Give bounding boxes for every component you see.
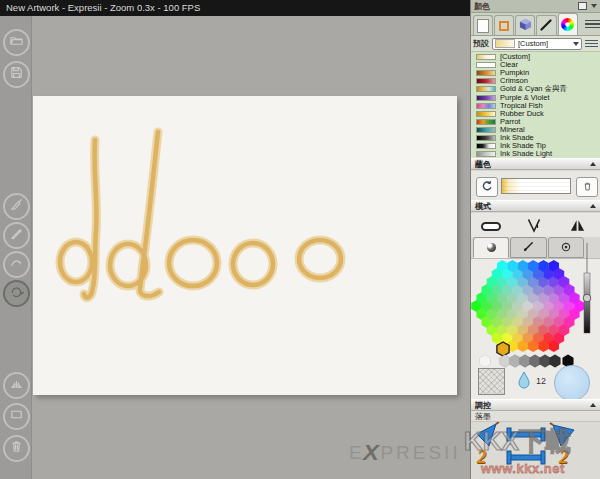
open-folder-icon	[9, 33, 24, 52]
smudge-icon	[9, 255, 24, 274]
paper-icon	[477, 19, 489, 33]
logo-x: X	[363, 440, 383, 465]
preset-dropdown[interactable]: [Custom]	[492, 38, 582, 50]
tab-crop[interactable]	[494, 15, 514, 35]
dropdown-chevron-icon	[573, 42, 579, 46]
panel-tabs	[471, 13, 600, 36]
preset-label: 預設	[473, 38, 489, 49]
preset-item[interactable]: Rubber Duck	[471, 110, 600, 118]
preset-swatch	[476, 143, 496, 149]
canvas[interactable]	[33, 96, 457, 395]
grayscale-hex[interactable]	[550, 355, 561, 368]
dip-section-header[interactable]: 蘸色	[471, 158, 600, 170]
preset-swatch	[476, 70, 496, 76]
pen-icon	[9, 226, 24, 245]
grayscale-hex[interactable]	[530, 355, 541, 368]
ink-value-right: 2	[559, 446, 569, 468]
preset-item[interactable]: Ink Shade Light	[471, 150, 600, 158]
dip-content	[471, 171, 600, 200]
preset-swatch	[476, 151, 496, 157]
open-button[interactable]	[3, 29, 30, 56]
grayscale-hex[interactable]	[480, 355, 491, 368]
window-title: New Artwork - Expresii - Zoom 0.3x - 100…	[6, 2, 200, 13]
preset-dropdown-swatch	[495, 39, 515, 48]
nib-icon	[527, 218, 541, 235]
tab-cube[interactable]	[515, 15, 535, 35]
slider-knob[interactable]	[583, 294, 591, 302]
preset-dropdown-value: [Custom]	[518, 39, 569, 48]
preset-row: 預設 [Custom]	[471, 36, 600, 51]
color-wheel-icon	[561, 18, 574, 31]
water-drop-icon[interactable]	[516, 371, 532, 391]
preset-item[interactable]: [Custom]	[471, 53, 600, 61]
mode-content	[471, 213, 600, 237]
frame-button[interactable]	[3, 403, 30, 430]
crop-icon	[499, 21, 509, 31]
paper-texture-swatch[interactable]	[478, 368, 505, 395]
redo-button[interactable]	[3, 280, 30, 307]
tab-color[interactable]	[558, 13, 578, 35]
ink-sliders-icon[interactable]	[504, 424, 548, 468]
preset-options-button[interactable]	[585, 38, 598, 50]
preset-swatch	[476, 119, 496, 125]
grayscale-hex[interactable]	[540, 355, 551, 368]
grayscale-hex[interactable]	[520, 355, 531, 368]
frame-icon	[9, 407, 24, 426]
collapse-icon	[590, 162, 596, 166]
tab-brush[interactable]	[536, 15, 556, 35]
mode-bowtie-button[interactable]	[565, 218, 589, 234]
mode-section-header[interactable]: 模式	[471, 200, 600, 212]
clear-canvas-button[interactable]	[3, 435, 30, 462]
app-window: New Artwork - Expresii - Zoom 0.3x - 100…	[0, 0, 600, 479]
flat-pill-icon	[481, 222, 501, 231]
brush-size-preview[interactable]	[554, 365, 590, 401]
tab-paper[interactable]	[473, 15, 493, 35]
panel-header[interactable]: 顏色	[471, 0, 600, 13]
cube-icon	[519, 18, 532, 33]
preset-swatch	[476, 95, 496, 101]
fan-view-button[interactable]	[3, 372, 30, 399]
redo-arrow-icon	[9, 284, 24, 303]
ink-controls: 2 2	[471, 422, 600, 479]
float-window-icon[interactable]	[578, 2, 587, 10]
brush-tool-button[interactable]	[3, 193, 30, 220]
collapse-icon	[590, 204, 596, 208]
smudge-tool-button[interactable]	[3, 251, 30, 278]
panel-title: 顏色	[474, 1, 490, 12]
dip-delete-button[interactable]	[576, 177, 598, 197]
grayscale-hex[interactable]	[510, 355, 521, 368]
control-section-header[interactable]: 調控	[471, 399, 600, 411]
color-panel: 顏色 預設 [Custom] [Cust	[470, 0, 600, 479]
trash-icon	[9, 439, 24, 458]
mode-nib-button[interactable]	[522, 218, 546, 234]
brush-stroke-icon	[540, 19, 552, 33]
preset-item[interactable]: Mineral	[471, 126, 600, 134]
preset-list: [Custom]ClearPumpkinCrimsonGold & Cyan 金…	[471, 51, 600, 158]
left-toolbar	[0, 16, 32, 479]
preset-swatch	[476, 111, 496, 117]
grayscale-hex[interactable]	[500, 355, 511, 368]
dip-reset-button[interactable]	[476, 177, 498, 197]
preset-item[interactable]: Clear	[471, 61, 600, 69]
color-hex-svg[interactable]	[471, 240, 600, 375]
mode-flat-button[interactable]	[479, 218, 503, 234]
collapse-icon	[590, 403, 596, 407]
save-button[interactable]	[3, 61, 30, 88]
dip-gradient-bar[interactable]	[501, 178, 571, 194]
selected-color-hex[interactable]	[497, 342, 509, 356]
preset-swatch	[476, 127, 496, 133]
ink-value-left: 2	[477, 446, 487, 468]
preset-item[interactable]: Pumpkin	[471, 69, 600, 77]
preset-swatch	[476, 78, 496, 84]
bowtie-icon	[570, 219, 585, 234]
panel-menu-button[interactable]	[585, 16, 600, 32]
preset-swatch	[476, 103, 496, 109]
value-slider-bar[interactable]	[584, 273, 590, 333]
chevron-down-icon[interactable]	[591, 4, 597, 8]
dip-title: 蘸色	[475, 159, 491, 170]
preset-item[interactable]: Parrot	[471, 118, 600, 126]
preset-swatch	[476, 86, 496, 92]
control-title: 調控	[475, 400, 491, 411]
pen-tool-button[interactable]	[3, 222, 30, 249]
refresh-icon	[481, 180, 493, 194]
